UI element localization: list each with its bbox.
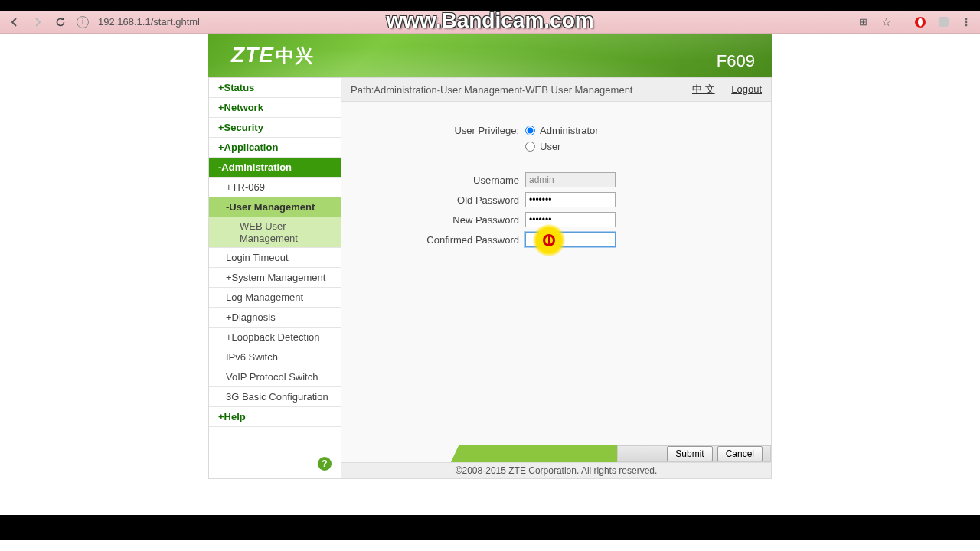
- opera-icon[interactable]: [914, 16, 926, 28]
- nav-voip-switch[interactable]: VoIP Protocol Switch: [209, 367, 341, 387]
- nav-3g-config[interactable]: 3G Basic Configuration: [209, 387, 341, 407]
- nav-user-management[interactable]: -User Management: [209, 197, 341, 217]
- nav-ipv6-switch[interactable]: IPv6 Switch: [209, 347, 341, 367]
- nav-diagnosis[interactable]: +Diagnosis: [209, 308, 341, 328]
- confirmed-password-label: Confirmed Password: [357, 234, 525, 246]
- old-password-label: Old Password: [357, 194, 525, 206]
- breadcrumb-text: Path:Administration-User Management-WEB …: [351, 84, 632, 96]
- model-label: F609: [717, 51, 755, 71]
- username-input: [525, 172, 616, 187]
- action-bar: Submit Cancel: [341, 445, 771, 462]
- nav-loopback-detection[interactable]: +Loopback Detection: [209, 328, 341, 347]
- nav-administration[interactable]: -Administration: [209, 158, 341, 178]
- sidebar: +Status +Network +Security +Application …: [208, 77, 341, 479]
- logout-link[interactable]: Logout: [731, 83, 762, 95]
- nav-network[interactable]: +Network: [209, 98, 341, 118]
- site-info-icon[interactable]: i: [77, 16, 89, 28]
- nav-status[interactable]: +Status: [209, 78, 341, 98]
- router-admin-container: ZTE中兴 F609 +Status +Network +Security +A…: [208, 34, 772, 479]
- logo-en: ZTE: [231, 43, 274, 67]
- main-panel: Path:Administration-User Management-WEB …: [341, 77, 772, 479]
- reload-button[interactable]: [54, 15, 67, 29]
- svg-point-4: [965, 21, 968, 23]
- banner: ZTE中兴 F609: [208, 34, 772, 77]
- toolbar-separator: [903, 15, 903, 30]
- old-password-input[interactable]: [525, 192, 616, 207]
- logo-cn: 中兴: [276, 44, 314, 68]
- nav-web-user-management[interactable]: WEB User Management: [209, 217, 341, 248]
- menu-icon[interactable]: [960, 16, 972, 28]
- browser-toolbar: i 192.168.1.1/start.ghtml www.Bandicam.c…: [0, 11, 980, 34]
- submit-button[interactable]: Submit: [667, 446, 712, 461]
- radio-administrator[interactable]: [525, 126, 535, 135]
- forward-button[interactable]: [31, 15, 44, 29]
- radio-user[interactable]: [525, 142, 535, 152]
- cancel-button[interactable]: Cancel: [717, 446, 763, 461]
- nav-application[interactable]: +Application: [209, 138, 341, 158]
- svg-rect-2: [939, 17, 949, 27]
- radio-administrator-label: Administrator: [540, 125, 599, 136]
- letterbox-bottom: [0, 515, 980, 540]
- back-button[interactable]: [8, 15, 21, 29]
- letterbox-top: [0, 0, 980, 11]
- nav-help[interactable]: +Help: [209, 407, 341, 427]
- zte-logo: ZTE中兴: [231, 43, 314, 68]
- recorder-watermark: www.Bandicam.com: [386, 8, 593, 33]
- help-icon[interactable]: ?: [318, 457, 332, 471]
- user-privilege-label: User Privilege:: [357, 125, 525, 136]
- radio-user-label: User: [540, 141, 560, 152]
- confirmed-password-input[interactable]: [525, 232, 616, 247]
- new-password-input[interactable]: [525, 212, 616, 227]
- nav-tr069[interactable]: +TR-069: [209, 178, 341, 197]
- user-form: User Privilege: Administrator User: [341, 102, 771, 267]
- address-text[interactable]: 192.168.1.1/start.ghtml: [98, 16, 200, 28]
- copyright-text: ©2008-2015 ZTE Corporation. All rights r…: [341, 462, 771, 478]
- nav-login-timeout[interactable]: Login Timeout: [209, 248, 341, 268]
- language-link[interactable]: 中 文: [692, 83, 715, 95]
- new-password-label: New Password: [357, 214, 525, 226]
- svg-point-1: [918, 18, 923, 26]
- extension-icon[interactable]: [937, 16, 949, 28]
- bookmark-star-icon[interactable]: ☆: [880, 16, 892, 28]
- username-label: Username: [357, 174, 525, 186]
- svg-point-3: [965, 18, 968, 20]
- nav-system-management[interactable]: +System Management: [209, 268, 341, 288]
- nav-security[interactable]: +Security: [209, 118, 341, 138]
- svg-point-5: [965, 24, 968, 26]
- page-viewport: ZTE中兴 F609 +Status +Network +Security +A…: [0, 34, 980, 515]
- translate-icon[interactable]: ⊞: [857, 16, 869, 28]
- nav-log-management[interactable]: Log Management: [209, 288, 341, 308]
- breadcrumb-bar: Path:Administration-User Management-WEB …: [341, 78, 771, 102]
